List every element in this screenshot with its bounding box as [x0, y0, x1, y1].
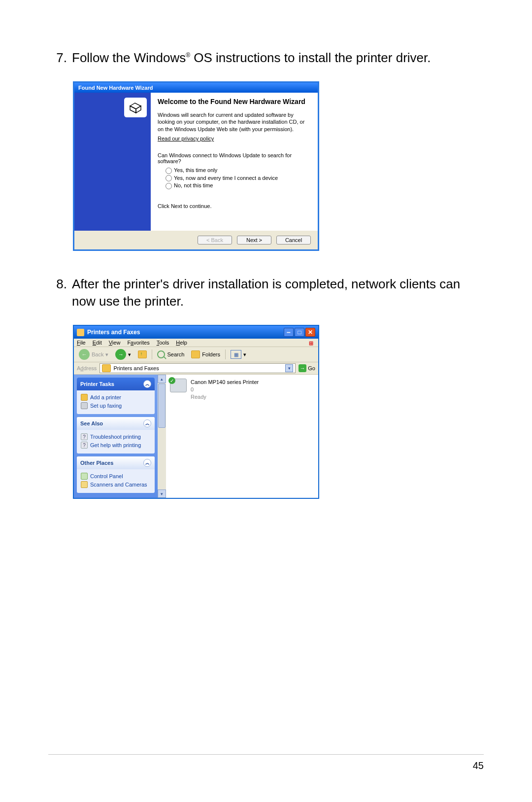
address-dropdown-icon[interactable]: ▾ [285, 364, 293, 372]
wizard-intro-text: Windows will search for current and upda… [158, 111, 311, 134]
views-icon: ▦ [231, 350, 241, 359]
menu-file[interactable]: File [77, 340, 86, 346]
folder-up-icon [138, 350, 147, 358]
folders-button[interactable]: Folders [189, 350, 222, 359]
back-arrow-icon: ← [79, 349, 90, 360]
close-button[interactable]: ✕ [305, 328, 315, 337]
help-printing-link[interactable]: ?Get help with printing [81, 442, 151, 449]
see-also-panel: See Also ︽ ?Troubleshoot printing ?Get h… [77, 417, 155, 453]
sidebar-scrollbar[interactable]: ▴ ▾ [158, 375, 166, 498]
menu-help[interactable]: Help [176, 340, 187, 346]
back-dropdown-icon: ▾ [105, 351, 108, 358]
fax-icon [81, 402, 88, 409]
control-panel-link[interactable]: Control Panel [81, 473, 151, 480]
address-value: Printers and Faxes [113, 365, 283, 371]
printers-title-icon [77, 329, 84, 336]
privacy-policy-link[interactable]: Read our privacy policy [158, 136, 214, 141]
step-text: Follow the Windows® OS instructions to i… [72, 49, 483, 67]
window-title: Printers and Faxes [87, 329, 140, 336]
address-label: Address [77, 365, 97, 371]
menu-edit[interactable]: Edit [93, 340, 102, 346]
printer-status: Ready [191, 393, 259, 401]
forward-arrow-icon: → [115, 349, 126, 360]
wizard-question: Can Windows connect to Windows Update to… [158, 152, 311, 164]
add-printer-link[interactable]: Add a printer [81, 394, 151, 401]
search-icon [157, 350, 165, 358]
radio-no[interactable] [166, 183, 172, 189]
go-button[interactable]: → Go [299, 364, 315, 372]
address-icon [102, 364, 111, 372]
scroll-up-icon[interactable]: ▴ [158, 375, 166, 383]
search-button[interactable]: Search [155, 350, 186, 359]
printer-list-area: ✓ Canon MP140 series Printer 0 Ready [166, 375, 318, 498]
add-printer-icon [81, 394, 88, 401]
control-panel-icon [81, 473, 88, 480]
page-footer-rule [48, 754, 484, 755]
troubleshoot-link[interactable]: ?Troubleshoot printing [81, 433, 151, 440]
menu-favorites[interactable]: Favorites [127, 340, 149, 346]
option-yes-once[interactable]: Yes, this time only [166, 167, 311, 174]
toolbar-separator [152, 349, 152, 359]
go-arrow-icon: → [299, 364, 306, 372]
panel-title: See Also [80, 420, 103, 426]
menu-bar: File Edit View Favorites Tools Help ⊞ [74, 339, 318, 347]
option-no[interactable]: No, not this time [166, 182, 311, 189]
toolbar-separator [225, 349, 226, 359]
back-button[interactable]: < Back [198, 236, 232, 244]
other-places-panel: Other Places ︽ Control Panel Scanners an… [77, 456, 155, 493]
radio-yes-once[interactable] [166, 168, 172, 174]
wizard-continue-text: Click Next to continue. [158, 203, 311, 209]
help-icon: ? [81, 433, 88, 440]
address-bar: Address Printers and Faxes ▾ → Go [74, 362, 318, 375]
folders-icon [191, 350, 200, 358]
toolbar: ← Back ▾ → ▾ Search Folders ▦ ▾ [74, 347, 318, 362]
window-titlebar: Printers and Faxes ‒ □ ✕ [74, 326, 318, 339]
page-number: 45 [473, 760, 484, 771]
printer-name: Canon MP140 series Printer [191, 379, 259, 386]
task-sidebar: Printer Tasks ︽ Add a printer Set up fax… [74, 375, 158, 498]
radio-yes-always[interactable] [166, 175, 172, 181]
default-check-icon: ✓ [168, 377, 175, 384]
address-field[interactable]: Printers and Faxes ▾ [100, 363, 296, 373]
printers-and-faxes-window: Printers and Faxes ‒ □ ✕ File Edit View … [73, 325, 319, 499]
printer-icon: ✓ [170, 379, 187, 392]
cancel-button[interactable]: Cancel [276, 236, 311, 244]
printer-item[interactable]: ✓ Canon MP140 series Printer 0 Ready [170, 379, 314, 401]
help-icon: ? [81, 442, 88, 449]
menu-tools[interactable]: Tools [157, 340, 169, 346]
device-icon [124, 98, 147, 117]
step-number: 8. [49, 276, 72, 310]
back-button[interactable]: ← Back ▾ [77, 349, 110, 360]
collapse-icon[interactable]: ︽ [143, 459, 151, 467]
wizard-heading: Welcome to the Found New Hardware Wizard [158, 98, 311, 106]
forward-button[interactable]: → ▾ [113, 349, 133, 360]
views-button[interactable]: ▦ ▾ [229, 349, 248, 359]
panel-title: Printer Tasks [80, 381, 114, 387]
printer-tasks-panel: Printer Tasks ︽ Add a printer Set up fax… [77, 378, 155, 414]
printer-queue-count: 0 [191, 386, 259, 393]
scroll-down-icon[interactable]: ▾ [158, 489, 166, 498]
panel-title: Other Places [80, 460, 113, 466]
collapse-icon[interactable]: ︽ [143, 419, 151, 427]
maximize-button[interactable]: □ [295, 328, 304, 337]
collapse-icon[interactable]: ︽ [143, 380, 151, 388]
minimize-button[interactable]: ‒ [284, 328, 294, 337]
wizard-titlebar: Found New Hardware Wizard [74, 83, 318, 93]
menu-view[interactable]: View [109, 340, 121, 346]
views-dropdown-icon: ▾ [243, 351, 246, 358]
option-yes-always[interactable]: Yes, now and every time I connect a devi… [166, 175, 311, 182]
forward-dropdown-icon: ▾ [128, 351, 131, 358]
hardware-wizard-dialog: Found New Hardware Wizard Welcome to the… [73, 81, 319, 251]
windows-logo-icon: ⊞ [305, 339, 316, 348]
set-up-faxing-link[interactable]: Set up faxing [81, 402, 151, 409]
wizard-graphic-pane [74, 93, 151, 231]
step-number: 7. [49, 49, 72, 67]
scanners-cameras-link[interactable]: Scanners and Cameras [81, 481, 151, 488]
scroll-thumb[interactable] [158, 384, 166, 428]
up-button[interactable] [136, 350, 149, 359]
step-text: After the printer's driver installation … [72, 276, 483, 310]
step-8: 8. After the printer's driver installati… [49, 276, 483, 310]
step-7: 7. Follow the Windows® OS instructions t… [49, 49, 483, 67]
scanner-icon [81, 481, 88, 488]
next-button[interactable]: Next > [237, 236, 271, 244]
